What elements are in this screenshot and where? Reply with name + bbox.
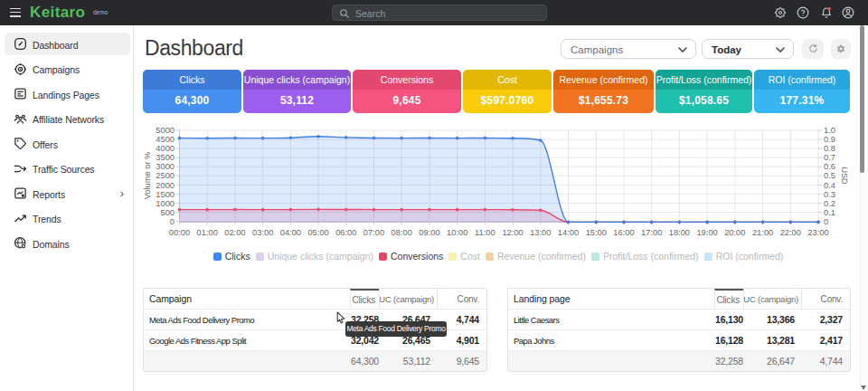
svg-text:07:00: 07:00 <box>363 228 384 237</box>
svg-text:0.2: 0.2 <box>824 199 835 208</box>
svg-text:18:00: 18:00 <box>669 228 690 237</box>
svg-text:01:00: 01:00 <box>197 228 218 237</box>
svg-text:2000: 2000 <box>156 181 175 190</box>
svg-text:13:00: 13:00 <box>530 228 551 237</box>
svg-text:0.8: 0.8 <box>824 144 835 153</box>
svg-text:0.5: 0.5 <box>824 171 835 180</box>
svg-text:0.4: 0.4 <box>824 181 835 190</box>
svg-text:1.0: 1.0 <box>824 126 835 135</box>
svg-text:10:00: 10:00 <box>447 228 467 237</box>
svg-text:11:00: 11:00 <box>475 228 495 237</box>
svg-text:14:00: 14:00 <box>558 228 579 237</box>
svg-text:22:00: 22:00 <box>780 228 801 237</box>
svg-text:0: 0 <box>170 217 175 226</box>
svg-text:06:00: 06:00 <box>335 228 356 237</box>
svg-text:0.7: 0.7 <box>824 153 835 162</box>
svg-text:2500: 2500 <box>156 171 175 180</box>
svg-text:3500: 3500 <box>156 153 175 162</box>
svg-text:4500: 4500 <box>156 135 175 144</box>
svg-text:09:00: 09:00 <box>419 228 439 237</box>
svg-text:19:00: 19:00 <box>696 228 717 237</box>
svg-text:05:00: 05:00 <box>307 228 328 237</box>
svg-text:23:00: 23:00 <box>807 228 828 237</box>
svg-text:15:00: 15:00 <box>586 228 607 237</box>
svg-text:0.3: 0.3 <box>824 190 835 199</box>
svg-text:0.9: 0.9 <box>824 135 835 144</box>
svg-text:Volume or %: Volume or % <box>143 152 152 200</box>
svg-text:1000: 1000 <box>156 199 175 208</box>
svg-text:21:00: 21:00 <box>752 228 773 237</box>
svg-text:0.1: 0.1 <box>824 208 835 217</box>
svg-text:USD: USD <box>840 167 849 185</box>
svg-text:0.6: 0.6 <box>824 162 835 171</box>
svg-text:02:00: 02:00 <box>224 228 245 237</box>
svg-text:500: 500 <box>160 208 175 217</box>
svg-text:03:00: 03:00 <box>252 228 273 237</box>
svg-text:17:00: 17:00 <box>641 228 662 237</box>
svg-text:12:00: 12:00 <box>502 228 523 237</box>
svg-text:5000: 5000 <box>156 126 175 135</box>
svg-text:3000: 3000 <box>156 162 175 171</box>
svg-text:1500: 1500 <box>156 190 175 199</box>
svg-text:04:00: 04:00 <box>280 228 301 237</box>
svg-text:20:00: 20:00 <box>724 228 745 237</box>
svg-text:0: 0 <box>824 217 828 226</box>
svg-text:4000: 4000 <box>156 144 175 153</box>
svg-text:16:00: 16:00 <box>613 228 634 237</box>
svg-text:08:00: 08:00 <box>392 228 412 237</box>
svg-text:00:00: 00:00 <box>169 228 190 237</box>
